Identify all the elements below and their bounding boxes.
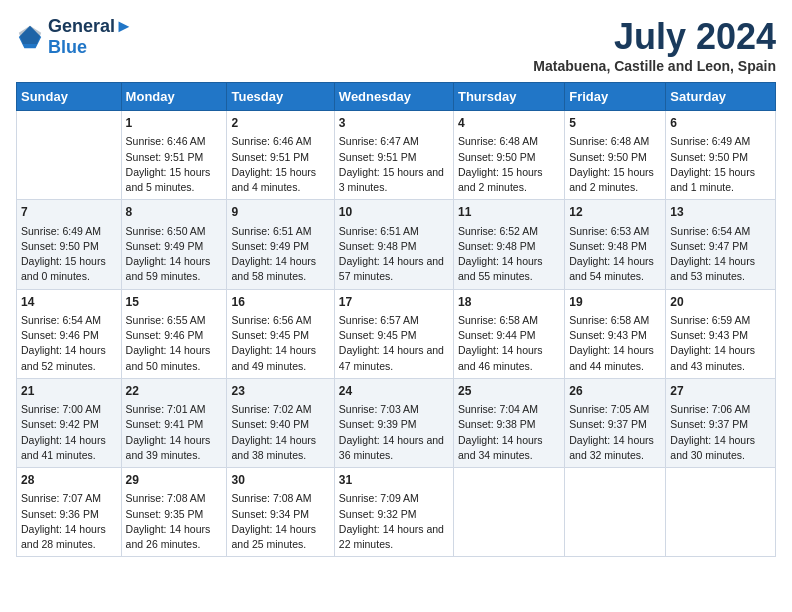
calendar-week-5: 28Sunrise: 7:07 AMSunset: 9:36 PMDayligh… bbox=[17, 468, 776, 557]
calendar-cell: 28Sunrise: 7:07 AMSunset: 9:36 PMDayligh… bbox=[17, 468, 122, 557]
day-number: 8 bbox=[126, 204, 223, 221]
day-info: Sunrise: 6:54 AMSunset: 9:47 PMDaylight:… bbox=[670, 224, 771, 285]
calendar-cell: 11Sunrise: 6:52 AMSunset: 9:48 PMDayligh… bbox=[453, 200, 564, 289]
day-number: 15 bbox=[126, 294, 223, 311]
day-info: Sunrise: 7:09 AMSunset: 9:32 PMDaylight:… bbox=[339, 491, 449, 552]
day-info: Sunrise: 6:51 AMSunset: 9:48 PMDaylight:… bbox=[339, 224, 449, 285]
calendar-cell: 17Sunrise: 6:57 AMSunset: 9:45 PMDayligh… bbox=[334, 289, 453, 378]
header-friday: Friday bbox=[565, 83, 666, 111]
calendar-cell: 29Sunrise: 7:08 AMSunset: 9:35 PMDayligh… bbox=[121, 468, 227, 557]
day-number: 27 bbox=[670, 383, 771, 400]
day-number: 1 bbox=[126, 115, 223, 132]
calendar-cell: 2Sunrise: 6:46 AMSunset: 9:51 PMDaylight… bbox=[227, 111, 334, 200]
day-number: 9 bbox=[231, 204, 329, 221]
day-info: Sunrise: 6:59 AMSunset: 9:43 PMDaylight:… bbox=[670, 313, 771, 374]
day-number: 16 bbox=[231, 294, 329, 311]
calendar-cell bbox=[453, 468, 564, 557]
calendar-cell: 13Sunrise: 6:54 AMSunset: 9:47 PMDayligh… bbox=[666, 200, 776, 289]
day-number: 2 bbox=[231, 115, 329, 132]
calendar-cell: 18Sunrise: 6:58 AMSunset: 9:44 PMDayligh… bbox=[453, 289, 564, 378]
calendar-cell: 22Sunrise: 7:01 AMSunset: 9:41 PMDayligh… bbox=[121, 378, 227, 467]
day-info: Sunrise: 6:53 AMSunset: 9:48 PMDaylight:… bbox=[569, 224, 661, 285]
day-number: 12 bbox=[569, 204, 661, 221]
main-title: July 2024 bbox=[533, 16, 776, 58]
day-info: Sunrise: 7:04 AMSunset: 9:38 PMDaylight:… bbox=[458, 402, 560, 463]
calendar-cell: 21Sunrise: 7:00 AMSunset: 9:42 PMDayligh… bbox=[17, 378, 122, 467]
day-number: 29 bbox=[126, 472, 223, 489]
header-tuesday: Tuesday bbox=[227, 83, 334, 111]
svg-marker-1 bbox=[19, 26, 41, 44]
calendar-cell: 25Sunrise: 7:04 AMSunset: 9:38 PMDayligh… bbox=[453, 378, 564, 467]
calendar-week-1: 1Sunrise: 6:46 AMSunset: 9:51 PMDaylight… bbox=[17, 111, 776, 200]
day-info: Sunrise: 6:48 AMSunset: 9:50 PMDaylight:… bbox=[458, 134, 560, 195]
day-info: Sunrise: 7:08 AMSunset: 9:34 PMDaylight:… bbox=[231, 491, 329, 552]
calendar-cell: 19Sunrise: 6:58 AMSunset: 9:43 PMDayligh… bbox=[565, 289, 666, 378]
calendar-cell: 8Sunrise: 6:50 AMSunset: 9:49 PMDaylight… bbox=[121, 200, 227, 289]
day-info: Sunrise: 6:50 AMSunset: 9:49 PMDaylight:… bbox=[126, 224, 223, 285]
day-number: 26 bbox=[569, 383, 661, 400]
calendar-cell: 4Sunrise: 6:48 AMSunset: 9:50 PMDaylight… bbox=[453, 111, 564, 200]
day-info: Sunrise: 6:49 AMSunset: 9:50 PMDaylight:… bbox=[21, 224, 117, 285]
day-number: 25 bbox=[458, 383, 560, 400]
calendar-cell: 12Sunrise: 6:53 AMSunset: 9:48 PMDayligh… bbox=[565, 200, 666, 289]
calendar-cell: 7Sunrise: 6:49 AMSunset: 9:50 PMDaylight… bbox=[17, 200, 122, 289]
calendar-table: SundayMondayTuesdayWednesdayThursdayFrid… bbox=[16, 82, 776, 557]
day-info: Sunrise: 6:55 AMSunset: 9:46 PMDaylight:… bbox=[126, 313, 223, 374]
calendar-cell: 24Sunrise: 7:03 AMSunset: 9:39 PMDayligh… bbox=[334, 378, 453, 467]
calendar-cell bbox=[565, 468, 666, 557]
day-info: Sunrise: 7:08 AMSunset: 9:35 PMDaylight:… bbox=[126, 491, 223, 552]
day-info: Sunrise: 6:49 AMSunset: 9:50 PMDaylight:… bbox=[670, 134, 771, 195]
calendar-cell: 26Sunrise: 7:05 AMSunset: 9:37 PMDayligh… bbox=[565, 378, 666, 467]
title-block: July 2024 Matabuena, Castille and Leon, … bbox=[533, 16, 776, 74]
logo-text: General► Blue bbox=[48, 16, 133, 58]
day-number: 14 bbox=[21, 294, 117, 311]
day-info: Sunrise: 6:58 AMSunset: 9:44 PMDaylight:… bbox=[458, 313, 560, 374]
day-number: 18 bbox=[458, 294, 560, 311]
calendar-cell: 23Sunrise: 7:02 AMSunset: 9:40 PMDayligh… bbox=[227, 378, 334, 467]
calendar-cell: 3Sunrise: 6:47 AMSunset: 9:51 PMDaylight… bbox=[334, 111, 453, 200]
calendar-week-3: 14Sunrise: 6:54 AMSunset: 9:46 PMDayligh… bbox=[17, 289, 776, 378]
day-info: Sunrise: 6:58 AMSunset: 9:43 PMDaylight:… bbox=[569, 313, 661, 374]
day-info: Sunrise: 6:48 AMSunset: 9:50 PMDaylight:… bbox=[569, 134, 661, 195]
calendar-week-4: 21Sunrise: 7:00 AMSunset: 9:42 PMDayligh… bbox=[17, 378, 776, 467]
day-number: 10 bbox=[339, 204, 449, 221]
day-info: Sunrise: 6:51 AMSunset: 9:49 PMDaylight:… bbox=[231, 224, 329, 285]
day-info: Sunrise: 7:00 AMSunset: 9:42 PMDaylight:… bbox=[21, 402, 117, 463]
day-info: Sunrise: 6:57 AMSunset: 9:45 PMDaylight:… bbox=[339, 313, 449, 374]
calendar-cell: 10Sunrise: 6:51 AMSunset: 9:48 PMDayligh… bbox=[334, 200, 453, 289]
day-number: 24 bbox=[339, 383, 449, 400]
day-number: 13 bbox=[670, 204, 771, 221]
day-number: 6 bbox=[670, 115, 771, 132]
day-number: 30 bbox=[231, 472, 329, 489]
day-info: Sunrise: 6:46 AMSunset: 9:51 PMDaylight:… bbox=[231, 134, 329, 195]
day-info: Sunrise: 6:46 AMSunset: 9:51 PMDaylight:… bbox=[126, 134, 223, 195]
day-number: 7 bbox=[21, 204, 117, 221]
day-info: Sunrise: 7:05 AMSunset: 9:37 PMDaylight:… bbox=[569, 402, 661, 463]
day-info: Sunrise: 6:52 AMSunset: 9:48 PMDaylight:… bbox=[458, 224, 560, 285]
logo: General► Blue bbox=[16, 16, 133, 58]
subtitle: Matabuena, Castille and Leon, Spain bbox=[533, 58, 776, 74]
calendar-week-2: 7Sunrise: 6:49 AMSunset: 9:50 PMDaylight… bbox=[17, 200, 776, 289]
calendar-cell: 20Sunrise: 6:59 AMSunset: 9:43 PMDayligh… bbox=[666, 289, 776, 378]
day-info: Sunrise: 6:47 AMSunset: 9:51 PMDaylight:… bbox=[339, 134, 449, 195]
day-number: 17 bbox=[339, 294, 449, 311]
calendar-cell: 14Sunrise: 6:54 AMSunset: 9:46 PMDayligh… bbox=[17, 289, 122, 378]
day-number: 22 bbox=[126, 383, 223, 400]
day-info: Sunrise: 7:03 AMSunset: 9:39 PMDaylight:… bbox=[339, 402, 449, 463]
calendar-cell: 27Sunrise: 7:06 AMSunset: 9:37 PMDayligh… bbox=[666, 378, 776, 467]
header-saturday: Saturday bbox=[666, 83, 776, 111]
day-info: Sunrise: 7:01 AMSunset: 9:41 PMDaylight:… bbox=[126, 402, 223, 463]
calendar-header-row: SundayMondayTuesdayWednesdayThursdayFrid… bbox=[17, 83, 776, 111]
day-number: 5 bbox=[569, 115, 661, 132]
calendar-cell: 16Sunrise: 6:56 AMSunset: 9:45 PMDayligh… bbox=[227, 289, 334, 378]
calendar-cell bbox=[666, 468, 776, 557]
day-info: Sunrise: 7:06 AMSunset: 9:37 PMDaylight:… bbox=[670, 402, 771, 463]
calendar-cell: 1Sunrise: 6:46 AMSunset: 9:51 PMDaylight… bbox=[121, 111, 227, 200]
calendar-cell: 30Sunrise: 7:08 AMSunset: 9:34 PMDayligh… bbox=[227, 468, 334, 557]
day-info: Sunrise: 7:07 AMSunset: 9:36 PMDaylight:… bbox=[21, 491, 117, 552]
header-sunday: Sunday bbox=[17, 83, 122, 111]
calendar-cell: 31Sunrise: 7:09 AMSunset: 9:32 PMDayligh… bbox=[334, 468, 453, 557]
header-thursday: Thursday bbox=[453, 83, 564, 111]
logo-icon bbox=[16, 23, 44, 51]
header-monday: Monday bbox=[121, 83, 227, 111]
